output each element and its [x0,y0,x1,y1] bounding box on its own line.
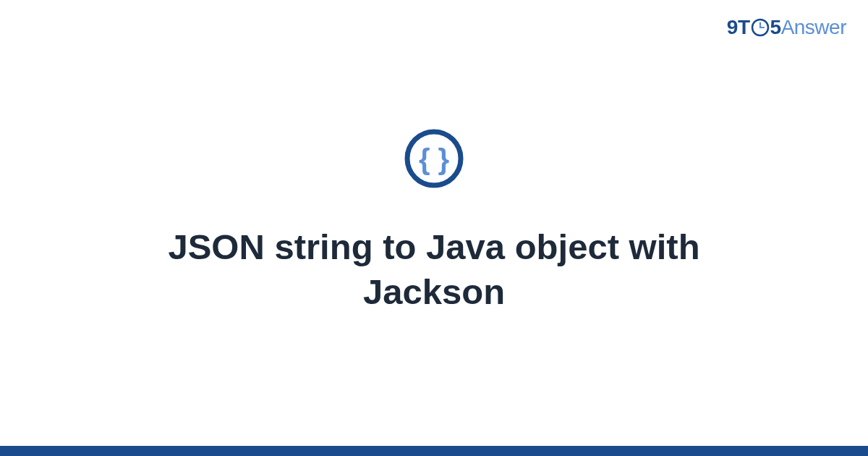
main-content: { } JSON string to Java object with Jack… [0,0,868,456]
svg-text:{ }: { } [419,143,449,175]
page-title: JSON string to Java object with Jackson [109,225,760,314]
footer-accent-bar [0,446,868,456]
json-braces-icon: { } [403,127,465,193]
